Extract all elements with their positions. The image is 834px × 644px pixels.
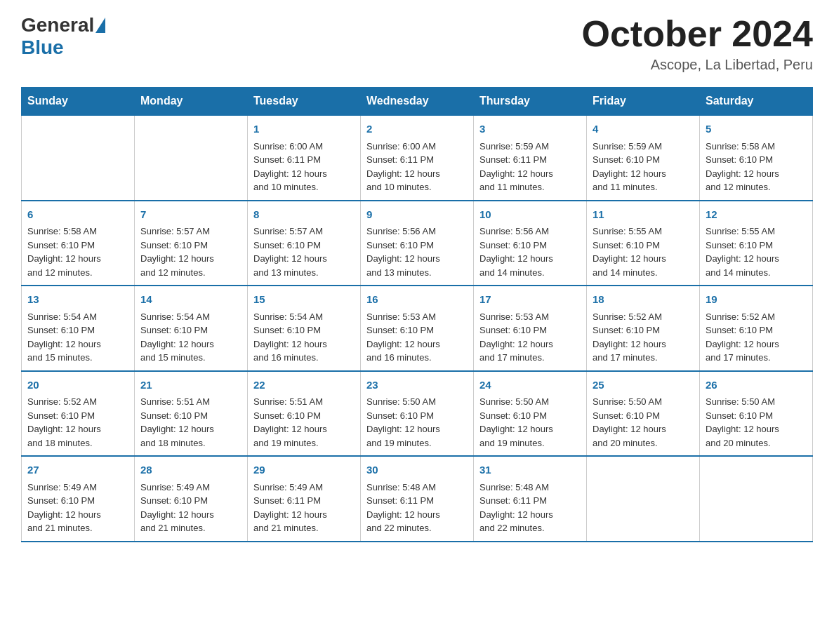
day-cell-20: 20Sunrise: 5:52 AM Sunset: 6:10 PM Dayli… (22, 371, 135, 457)
day-info: Sunrise: 6:00 AM Sunset: 6:11 PM Dayligh… (366, 140, 468, 194)
day-cell-31: 31Sunrise: 5:48 AM Sunset: 6:11 PM Dayli… (474, 456, 587, 542)
logo-general-text: General (21, 14, 94, 36)
day-cell-13: 13Sunrise: 5:54 AM Sunset: 6:10 PM Dayli… (22, 286, 135, 371)
day-number: 12 (706, 207, 807, 223)
day-cell-6: 6Sunrise: 5:58 AM Sunset: 6:10 PM Daylig… (22, 201, 135, 286)
day-cell-8: 8Sunrise: 5:57 AM Sunset: 6:10 PM Daylig… (248, 201, 361, 286)
day-info: Sunrise: 5:56 AM Sunset: 6:10 PM Dayligh… (479, 224, 581, 279)
day-cell-30: 30Sunrise: 5:48 AM Sunset: 6:11 PM Dayli… (361, 456, 474, 542)
title-area: October 2024 Ascope, La Libertad, Peru (582, 14, 814, 73)
day-cell-25: 25Sunrise: 5:50 AM Sunset: 6:10 PM Dayli… (587, 371, 700, 457)
day-info: Sunrise: 5:54 AM Sunset: 6:10 PM Dayligh… (253, 310, 355, 365)
day-cell-23: 23Sunrise: 5:50 AM Sunset: 6:10 PM Dayli… (361, 371, 474, 457)
day-number: 7 (140, 207, 241, 223)
day-number: 13 (27, 292, 128, 308)
day-number: 6 (27, 207, 128, 223)
day-number: 19 (706, 292, 807, 308)
day-info: Sunrise: 5:52 AM Sunset: 6:10 PM Dayligh… (27, 395, 128, 450)
day-info: Sunrise: 5:54 AM Sunset: 6:10 PM Dayligh… (140, 310, 241, 365)
day-info: Sunrise: 5:57 AM Sunset: 6:10 PM Dayligh… (253, 224, 355, 279)
day-info: Sunrise: 5:55 AM Sunset: 6:10 PM Dayligh… (706, 224, 807, 279)
day-number: 26 (706, 377, 807, 394)
day-info: Sunrise: 5:50 AM Sunset: 6:10 PM Dayligh… (706, 395, 807, 450)
day-cell-19: 19Sunrise: 5:52 AM Sunset: 6:10 PM Dayli… (700, 286, 813, 371)
day-info: Sunrise: 5:49 AM Sunset: 6:10 PM Dayligh… (27, 481, 128, 535)
day-info: Sunrise: 5:55 AM Sunset: 6:10 PM Dayligh… (593, 224, 694, 279)
day-info: Sunrise: 5:57 AM Sunset: 6:10 PM Dayligh… (140, 224, 241, 279)
day-number: 14 (140, 292, 241, 308)
day-cell-22: 22Sunrise: 5:51 AM Sunset: 6:10 PM Dayli… (248, 371, 361, 457)
day-number: 11 (593, 207, 694, 223)
weekday-header-sunday: Sunday (22, 88, 135, 116)
day-number: 23 (366, 377, 468, 394)
day-cell-9: 9Sunrise: 5:56 AM Sunset: 6:10 PM Daylig… (361, 201, 474, 286)
day-info: Sunrise: 5:48 AM Sunset: 6:11 PM Dayligh… (479, 481, 581, 535)
day-info: Sunrise: 5:58 AM Sunset: 6:10 PM Dayligh… (27, 224, 128, 279)
day-number: 20 (27, 377, 128, 394)
day-number: 18 (593, 292, 694, 308)
day-cell-4: 4Sunrise: 5:59 AM Sunset: 6:10 PM Daylig… (587, 115, 700, 201)
day-cell-1: 1Sunrise: 6:00 AM Sunset: 6:11 PM Daylig… (248, 115, 361, 201)
weekday-header-thursday: Thursday (474, 88, 587, 116)
day-info: Sunrise: 5:50 AM Sunset: 6:10 PM Dayligh… (593, 395, 694, 450)
day-info: Sunrise: 5:53 AM Sunset: 6:10 PM Dayligh… (366, 310, 468, 365)
weekday-header-row: SundayMondayTuesdayWednesdayThursdayFrid… (22, 88, 813, 116)
week-row-2: 6Sunrise: 5:58 AM Sunset: 6:10 PM Daylig… (22, 201, 813, 286)
day-number: 21 (140, 377, 241, 394)
day-cell-15: 15Sunrise: 5:54 AM Sunset: 6:10 PM Dayli… (248, 286, 361, 371)
day-info: Sunrise: 5:50 AM Sunset: 6:10 PM Dayligh… (479, 395, 581, 450)
day-cell-14: 14Sunrise: 5:54 AM Sunset: 6:10 PM Dayli… (135, 286, 248, 371)
logo-blue-text: Blue (21, 36, 64, 58)
day-number: 8 (253, 207, 355, 223)
weekday-header-tuesday: Tuesday (248, 88, 361, 116)
logo-triangle-icon (95, 18, 105, 33)
day-cell-11: 11Sunrise: 5:55 AM Sunset: 6:10 PM Dayli… (587, 201, 700, 286)
day-info: Sunrise: 5:53 AM Sunset: 6:10 PM Dayligh… (479, 310, 581, 365)
day-number: 2 (366, 121, 468, 137)
day-info: Sunrise: 6:00 AM Sunset: 6:11 PM Dayligh… (253, 140, 355, 194)
page-header: General Blue October 2024 Ascope, La Lib… (21, 14, 813, 73)
day-cell-18: 18Sunrise: 5:52 AM Sunset: 6:10 PM Dayli… (587, 286, 700, 371)
day-info: Sunrise: 5:59 AM Sunset: 6:10 PM Dayligh… (593, 140, 694, 194)
day-cell-3: 3Sunrise: 5:59 AM Sunset: 6:11 PM Daylig… (474, 115, 587, 201)
day-info: Sunrise: 5:52 AM Sunset: 6:10 PM Dayligh… (593, 310, 694, 365)
month-title: October 2024 (582, 14, 814, 54)
day-cell-26: 26Sunrise: 5:50 AM Sunset: 6:10 PM Dayli… (700, 371, 813, 457)
day-number: 15 (253, 292, 355, 308)
day-number: 22 (253, 377, 355, 394)
day-cell-7: 7Sunrise: 5:57 AM Sunset: 6:10 PM Daylig… (135, 201, 248, 286)
day-info: Sunrise: 5:54 AM Sunset: 6:10 PM Dayligh… (27, 310, 128, 365)
empty-cell (22, 115, 135, 201)
day-cell-21: 21Sunrise: 5:51 AM Sunset: 6:10 PM Dayli… (135, 371, 248, 457)
empty-cell (135, 115, 248, 201)
weekday-header-monday: Monday (135, 88, 248, 116)
logo: General Blue (21, 14, 107, 59)
week-row-1: 1Sunrise: 6:00 AM Sunset: 6:11 PM Daylig… (22, 115, 813, 201)
day-cell-27: 27Sunrise: 5:49 AM Sunset: 6:10 PM Dayli… (22, 456, 135, 542)
day-info: Sunrise: 5:52 AM Sunset: 6:10 PM Dayligh… (706, 310, 807, 365)
day-number: 28 (140, 462, 241, 478)
weekday-header-saturday: Saturday (700, 88, 813, 116)
weekday-header-wednesday: Wednesday (361, 88, 474, 116)
week-row-3: 13Sunrise: 5:54 AM Sunset: 6:10 PM Dayli… (22, 286, 813, 371)
day-number: 24 (479, 377, 581, 394)
day-cell-28: 28Sunrise: 5:49 AM Sunset: 6:10 PM Dayli… (135, 456, 248, 542)
day-number: 27 (27, 462, 128, 478)
day-info: Sunrise: 5:49 AM Sunset: 6:10 PM Dayligh… (140, 481, 241, 535)
day-number: 17 (479, 292, 581, 308)
day-number: 16 (366, 292, 468, 308)
day-number: 5 (706, 121, 807, 137)
week-row-4: 20Sunrise: 5:52 AM Sunset: 6:10 PM Dayli… (22, 371, 813, 457)
empty-cell (587, 456, 700, 542)
day-cell-29: 29Sunrise: 5:49 AM Sunset: 6:11 PM Dayli… (248, 456, 361, 542)
day-number: 30 (366, 462, 468, 478)
day-info: Sunrise: 5:59 AM Sunset: 6:11 PM Dayligh… (479, 140, 581, 194)
day-number: 4 (593, 121, 694, 137)
day-number: 9 (366, 207, 468, 223)
day-info: Sunrise: 5:56 AM Sunset: 6:10 PM Dayligh… (366, 224, 468, 279)
day-cell-5: 5Sunrise: 5:58 AM Sunset: 6:10 PM Daylig… (700, 115, 813, 201)
location-text: Ascope, La Libertad, Peru (582, 57, 814, 73)
week-row-5: 27Sunrise: 5:49 AM Sunset: 6:10 PM Dayli… (22, 456, 813, 542)
day-cell-17: 17Sunrise: 5:53 AM Sunset: 6:10 PM Dayli… (474, 286, 587, 371)
day-info: Sunrise: 5:49 AM Sunset: 6:11 PM Dayligh… (253, 481, 355, 535)
